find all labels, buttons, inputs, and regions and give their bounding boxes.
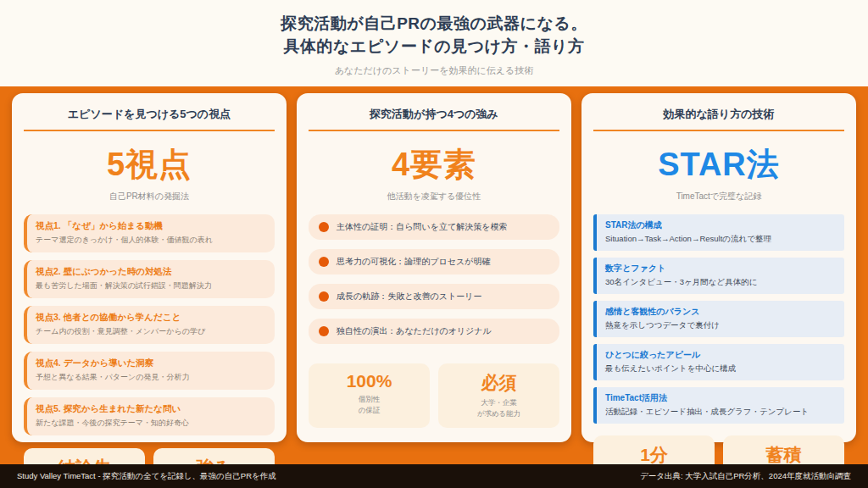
- bullet-item: 主体性の証明：自ら問いを立て解決策を模索: [309, 214, 559, 240]
- stat-label-line: 大学・企業: [443, 397, 554, 408]
- list-item-desc: 新たな課題・今後の探究テーマ・知的好奇心: [36, 418, 266, 429]
- list-item: 視点3. 他者との協働から学んだこと チーム内の役割・意見調整・メンバーからの学…: [24, 306, 275, 344]
- content-columns: エピソードを見つける5つの視点 5視点 自己PR材料の発掘法 視点1. 「なぜ」…: [0, 86, 868, 464]
- card-episode-viewpoints: エピソードを見つける5つの視点 5視点 自己PR材料の発掘法 視点1. 「なぜ」…: [12, 93, 287, 442]
- stat-box-required: 必須 大学・企業 が求める能力: [438, 363, 559, 428]
- card-title: 効果的な語り方の技術: [593, 107, 844, 131]
- big-stat-4yoso: 4要素: [309, 148, 559, 180]
- bullet-item: 独自性の演出：あなただけのオリジナル: [309, 319, 559, 344]
- card-subtitle: 自己PR材料の発掘法: [24, 191, 275, 202]
- stat-label-line: 個別性: [314, 394, 425, 405]
- list-item-title: STAR法の構成: [605, 219, 836, 231]
- page-title-line1: 探究活動が自己PRの最強の武器になる。: [0, 13, 868, 36]
- list-item-title: ひとつに絞ったアピール: [605, 349, 836, 361]
- card-subtitle: TimeTactで完璧な記録: [593, 191, 844, 202]
- list-item-desc: 活動記録・エピソード抽出・成長グラフ・テンプレート: [605, 407, 836, 418]
- bullet-item-text: 独自性の演出：あなただけのオリジナル: [337, 325, 492, 337]
- bullet-item: 成長の軌跡：失敗と改善のストーリー: [309, 284, 559, 309]
- bullet-item-text: 思考力の可視化：論理的プロセスが明確: [337, 256, 490, 268]
- list-item: 数字とファクト 30名インタビュー・3ヶ月間など具体的に: [593, 258, 844, 294]
- bullet-dot-icon: [319, 222, 329, 232]
- list-item-desc: 熱意を示しつつデータで裏付け: [605, 320, 836, 331]
- bullet-item: 思考力の可視化：論理的プロセスが明確: [309, 249, 559, 274]
- stat-label-line: の保証: [314, 405, 425, 416]
- bullet-dot-icon: [319, 257, 329, 267]
- list-item-title: 視点2. 壁にぶつかった時の対処法: [36, 266, 266, 278]
- footer: Study Valley TimeTact - 探究活動の全てを記録し、最強の自…: [0, 464, 868, 488]
- stat-value: 蓄積: [728, 443, 839, 467]
- list-item-title: 視点3. 他者との協働から学んだこと: [36, 312, 266, 324]
- list-item: ひとつに絞ったアピール 最も伝えたいポイントを中心に構成: [593, 344, 844, 380]
- list-item-desc: テーマ選定のきっかけ・個人的体験・価値観の表れ: [36, 235, 266, 246]
- stat-label-line: が求める能力: [443, 408, 554, 419]
- card-subtitle: 他活動を凌駕する優位性: [309, 191, 559, 202]
- big-stat-star-method: STAR法: [593, 148, 844, 180]
- card-title: 探究活動が持つ4つの強み: [309, 107, 559, 131]
- bullet-item-text: 主体性の証明：自ら問いを立て解決策を模索: [337, 221, 507, 233]
- footer-brand-text: Study Valley TimeTact - 探究活動の全てを記録し、最強の自…: [17, 471, 276, 482]
- stat-row: 100% 個別性 の保証 必須 大学・企業 が求める能力: [309, 363, 559, 428]
- list-item-desc: Situation→Task→Action→Resultの流れで整理: [605, 234, 836, 245]
- card-inquiry-strengths: 探究活動が持つ4つの強み 4要素 他活動を凌駕する優位性 主体性の証明：自ら問い…: [297, 93, 571, 442]
- list-item-title: 視点5. 探究から生まれた新たな問い: [36, 403, 266, 415]
- bullet-dot-icon: [319, 326, 329, 336]
- list-item-title: 視点4. データから導いた洞察: [36, 358, 266, 369]
- list-item: 感情と客観性のバランス 熱意を示しつつデータで裏付け: [593, 301, 844, 337]
- page-subtitle: あなただけのストーリーを効果的に伝える技術: [0, 64, 868, 77]
- stat-box-100pct: 100% 個別性 の保証: [309, 363, 430, 428]
- big-stat-5shiten: 5視点: [24, 148, 275, 180]
- list-item-title: 感情と客観性のバランス: [605, 306, 836, 318]
- stat-value: 1分: [598, 443, 709, 467]
- list-item-desc: 30名インタビュー・3ヶ月間など具体的に: [605, 277, 836, 288]
- list-item: 視点5. 探究から生まれた新たな問い 新たな課題・今後の探究テーマ・知的好奇心: [24, 397, 275, 435]
- list-item: 視点2. 壁にぶつかった時の対処法 最も苦労した場面・解決策の試行錯誤・問題解決…: [24, 260, 275, 298]
- list-item-desc: チーム内の役割・意見調整・メンバーからの学び: [36, 326, 266, 337]
- list-item: STAR法の構成 Situation→Task→Action→Resultの流れ…: [593, 214, 844, 251]
- card-title: エピソードを見つける5つの視点: [24, 107, 275, 131]
- bullet-dot-icon: [319, 291, 329, 302]
- list-item: 視点4. データから導いた洞察 予想と異なる結果・パターンの発見・分析力: [24, 352, 275, 390]
- list-item-title: 数字とファクト: [605, 263, 836, 274]
- page-title-line2: 具体的なエピソードの見つけ方・語り方: [0, 36, 868, 58]
- card-storytelling-technique: 効果的な語り方の技術 STAR法 TimeTactで完璧な記録 STAR法の構成…: [581, 93, 856, 442]
- slide: 探究活動が自己PRの最強の武器になる。 具体的なエピソードの見つけ方・語り方 あ…: [0, 0, 868, 488]
- footer-source-text: データ出典: 大学入試自己PR分析、2024年度就活動向調査: [640, 471, 851, 482]
- list-item-desc: 最も苦労した場面・解決策の試行錯誤・問題解決力: [36, 280, 266, 291]
- header: 探究活動が自己PRの最強の武器になる。 具体的なエピソードの見つけ方・語り方 あ…: [0, 0, 868, 86]
- bullet-item-text: 成長の軌跡：失敗と改善のストーリー: [337, 291, 481, 302]
- list-item-desc: 最も伝えたいポイントを中心に構成: [605, 363, 836, 374]
- list-item: TimeTact活用法 活動記録・エピソード抽出・成長グラフ・テンプレート: [593, 387, 844, 424]
- list-item-title: 視点1. 「なぜ」から始まる動機: [36, 220, 266, 232]
- stat-value: 必須: [443, 371, 554, 395]
- list-item-title: TimeTact活用法: [605, 392, 836, 404]
- list-item: 視点1. 「なぜ」から始まる動機 テーマ選定のきっかけ・個人的体験・価値観の表れ: [24, 214, 275, 252]
- stat-value: 100%: [314, 371, 425, 391]
- list-item-desc: 予想と異なる結果・パターンの発見・分析力: [36, 372, 266, 383]
